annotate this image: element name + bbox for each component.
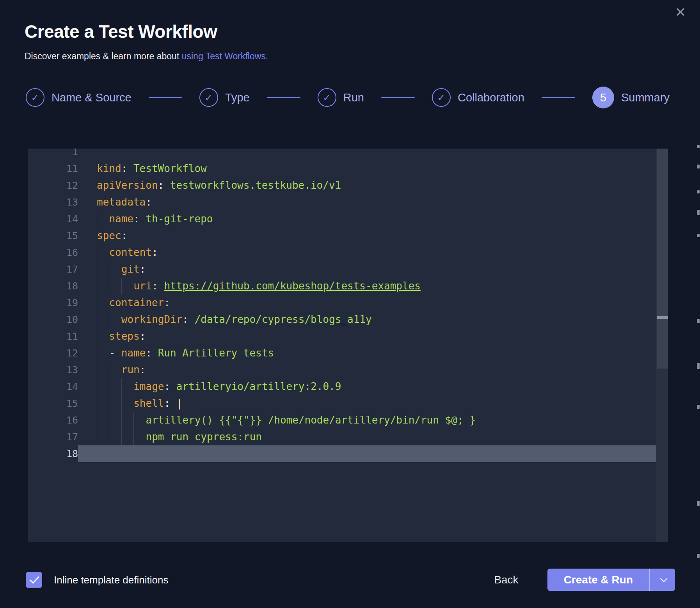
code-token: steps — [109, 330, 139, 342]
indent-guide — [109, 395, 121, 412]
indent-guide — [109, 261, 121, 278]
step-check-icon: ✓ — [318, 88, 336, 107]
code-line: 11steps: — [28, 328, 656, 345]
indent-guide — [109, 412, 121, 429]
code-token: npm run cypress:run — [146, 431, 262, 443]
subtitle-text: Discover examples & learn more about — [25, 51, 182, 61]
line-number: 16 — [28, 244, 78, 261]
step-connector — [364, 97, 432, 98]
indent-guide — [97, 278, 109, 294]
line-number: 17 — [28, 261, 78, 278]
indent-guide — [97, 362, 109, 378]
indent-guide — [109, 429, 121, 445]
minimap-fragment — [697, 165, 700, 168]
minimap-fragment — [697, 145, 700, 148]
code-line: 12- name: Run Artillery tests — [28, 345, 656, 362]
page-title: Create a Test Workflow — [25, 21, 217, 42]
indent-guide — [97, 412, 109, 429]
step-name-source[interactable]: ✓Name & Source — [26, 88, 131, 107]
indent-guide — [109, 311, 121, 328]
step-label: Name & Source — [52, 91, 131, 104]
code-line: 17npm run cypress:run — [28, 429, 656, 445]
step-connector — [524, 97, 592, 98]
indent-guide — [97, 244, 109, 261]
close-icon[interactable]: ✕ — [675, 5, 686, 19]
line-number: 13 — [28, 362, 78, 378]
code-token: : — [164, 397, 176, 409]
indent-guide — [97, 211, 109, 227]
code-line: 15shell: | — [28, 395, 656, 412]
scrollbar-handle[interactable] — [657, 316, 668, 319]
indent-guide — [121, 378, 133, 395]
code-token: : — [182, 314, 194, 325]
code-line: 13metadata: — [28, 194, 656, 211]
step-summary[interactable]: 5Summary — [592, 87, 670, 108]
code-token: /data/repo/cypress/blogs_a11y — [195, 314, 372, 325]
code-token: : — [133, 213, 146, 225]
code-line: 17git: — [28, 261, 656, 278]
code-token: - — [109, 347, 121, 359]
back-button[interactable]: Back — [494, 574, 518, 586]
line-number: 15 — [28, 227, 78, 244]
indent-guide — [109, 378, 121, 395]
code-token: : — [146, 347, 158, 359]
line-number: 18 — [28, 445, 78, 462]
code-line: 12apiVersion: testworkflows.testkube.io/… — [28, 177, 656, 194]
line-number: 11 — [28, 328, 78, 345]
scrollbar-thumb[interactable] — [657, 149, 668, 369]
code-line: 16artillery() {{"{"}} /home/node/artille… — [28, 412, 656, 429]
code-line: 18uri: https://github.com/kubeshop/tests… — [28, 278, 656, 294]
create-and-run-label[interactable]: Create & Run — [547, 569, 649, 591]
code-token: | — [176, 397, 183, 409]
editor-scrollbar[interactable] — [656, 149, 668, 542]
code-token: kind — [97, 163, 121, 174]
yaml-editor[interactable]: 111kind: TestWorkflow12apiVersion: testw… — [28, 149, 668, 542]
create-and-run-button[interactable]: Create & Run — [547, 569, 675, 591]
code-link[interactable]: https://github.com/kubeshop/tests-exampl… — [164, 280, 420, 292]
check-icon — [29, 574, 39, 584]
indent-guide — [121, 278, 133, 294]
footer-right: Back Create & Run — [494, 569, 675, 591]
minimap-fragment — [697, 234, 700, 237]
code-token: : — [152, 280, 164, 292]
step-check-icon: ✓ — [199, 88, 218, 107]
code-token: name — [121, 347, 146, 359]
line-number: 14 — [28, 211, 78, 227]
indent-guide — [97, 261, 109, 278]
code-token: : — [121, 163, 133, 174]
indent-guide — [97, 328, 109, 345]
code-token: testworkflows.testkube.io/v1 — [170, 179, 341, 191]
step-collaboration[interactable]: ✓Collaboration — [432, 88, 524, 107]
code-token: image — [133, 381, 164, 392]
code-token: container — [109, 297, 164, 308]
step-run[interactable]: ✓Run — [318, 88, 364, 107]
line-number: 15 — [28, 395, 78, 412]
checkbox-label: Inline template definitions — [54, 574, 168, 586]
code-token: spec — [97, 230, 121, 241]
line-number: 17 — [28, 429, 78, 445]
line-number: 11 — [28, 160, 78, 177]
code-token: name — [109, 213, 133, 225]
step-number-badge: 5 — [592, 87, 614, 108]
step-connector — [250, 97, 318, 98]
subtitle-link[interactable]: using Test Workflows. — [182, 51, 268, 61]
code-line: 10workingDir: /data/repo/cypress/blogs_a… — [28, 311, 656, 328]
code-token: content — [109, 246, 152, 258]
indent-guide — [121, 412, 133, 429]
run-options-dropdown[interactable] — [650, 569, 675, 591]
line-number: 10 — [28, 311, 78, 328]
code-token: workingDir — [121, 314, 183, 325]
indent-guide — [97, 294, 109, 311]
code-token: : — [121, 230, 128, 241]
step-type[interactable]: ✓Type — [199, 88, 250, 107]
step-label: Run — [343, 91, 364, 104]
code-token: shell — [133, 397, 164, 409]
inline-template-checkbox[interactable] — [26, 572, 42, 588]
code-token: : — [140, 330, 146, 342]
code-token: : — [140, 263, 146, 275]
line-number: 16 — [28, 412, 78, 429]
minimap-fragment — [697, 210, 700, 215]
step-connector — [131, 97, 199, 98]
code-token: apiVersion — [97, 179, 158, 191]
code-line: 18 — [28, 445, 656, 462]
